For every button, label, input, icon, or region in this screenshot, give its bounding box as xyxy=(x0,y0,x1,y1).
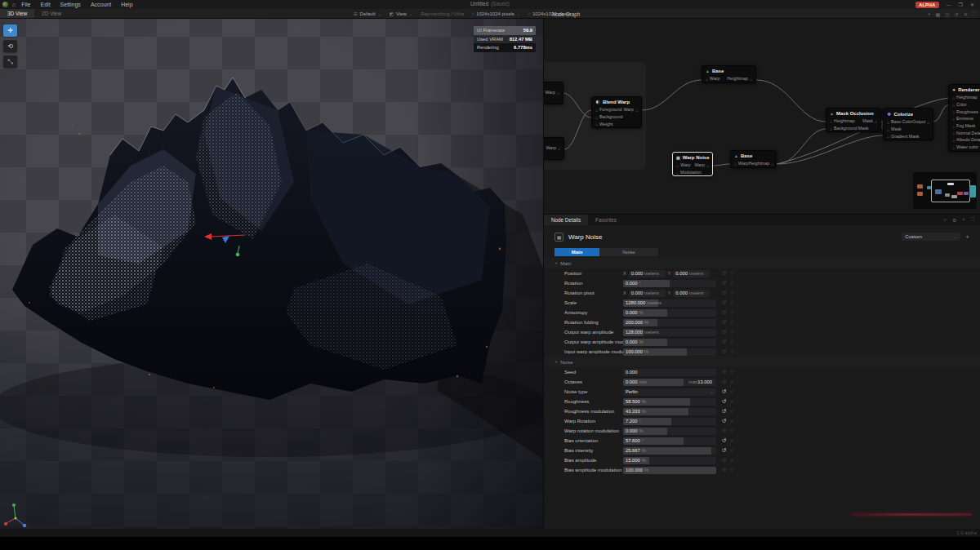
tab-node-details[interactable]: Node Details xyxy=(544,215,588,225)
tab-3d-view[interactable]: 3D View xyxy=(0,9,34,18)
move-tool-button[interactable]: ✛ xyxy=(3,24,17,37)
reset-icon[interactable]: ↺ xyxy=(722,408,726,415)
input-port[interactable]: △Roughness xyxy=(952,109,978,114)
input-port[interactable]: △Emissive xyxy=(952,116,973,121)
input-port[interactable]: △Foreground xyxy=(595,107,621,112)
section-header[interactable]: ▾Noise xyxy=(544,357,980,367)
reset-icon[interactable]: ↺ xyxy=(722,418,726,424)
param-slider[interactable]: 200.000% xyxy=(623,319,716,326)
input-port[interactable]: △Warp xyxy=(706,76,720,81)
minimize-icon[interactable]: — xyxy=(947,2,951,7)
reset-icon[interactable]: ↺ xyxy=(722,309,726,316)
menu-file[interactable]: File xyxy=(21,2,30,7)
node-blend-warp[interactable]: Blend Warp △Foreground Warp△ △Background… xyxy=(591,96,642,128)
reset-icon[interactable]: ↺ xyxy=(722,319,726,326)
scale-tool-button[interactable]: ⤡ xyxy=(3,55,17,68)
collapse-icon[interactable]: ˄ xyxy=(962,217,965,223)
input-port[interactable]: △Weight xyxy=(595,122,612,126)
input-port[interactable]: △Water color xyxy=(952,144,978,149)
node-warp-noise[interactable]: ▦Warp Noise △Warp Warp△ △Modulation xyxy=(672,152,713,176)
input-port[interactable]: △Color xyxy=(952,102,967,107)
reset-icon[interactable]: ↺ xyxy=(722,270,726,277)
expand-icon[interactable]: ⛶ xyxy=(971,217,974,223)
input-port[interactable]: △Base Color xyxy=(887,119,912,124)
param-slider[interactable]: 100.000% xyxy=(623,348,716,356)
param-slider[interactable]: 25.667% xyxy=(623,447,716,455)
param-field[interactable]: 0.000meters xyxy=(673,290,710,297)
frame-icon[interactable]: ◳ xyxy=(945,11,950,17)
layout-dropdown[interactable]: ⊟ Default ⌄ xyxy=(354,11,381,16)
input-port[interactable]: △Heightmap xyxy=(830,118,855,123)
node-graph-canvas[interactable]: Warp△ Warp△ Blend Warp △Foreground Warp△… xyxy=(543,19,980,214)
param-slider[interactable]: 0.000% xyxy=(623,339,716,346)
input-port[interactable]: △Gradient Mask xyxy=(887,134,920,139)
param-select[interactable]: Perlin⌄ xyxy=(623,388,716,396)
favorite-icon[interactable]: ☆ xyxy=(729,319,734,326)
favorite-icon[interactable]: ☆ xyxy=(729,379,734,385)
subtab-noise[interactable]: Noise xyxy=(599,248,658,256)
param-slider[interactable]: 57.600° xyxy=(623,437,716,445)
close-icon[interactable]: ✕ xyxy=(964,11,968,17)
input-port[interactable]: △Warp xyxy=(676,162,691,167)
reset-icon[interactable]: ↺ xyxy=(722,398,726,405)
orbit-tool-button[interactable]: ⟲ xyxy=(3,40,17,52)
node-partial-b[interactable]: Warp△ xyxy=(543,137,564,160)
node-renderer[interactable]: ✦Renderer △Heightmap △Color △Roughness △… xyxy=(948,84,980,152)
output-port[interactable]: Mask△ xyxy=(862,118,877,123)
reset-icon[interactable]: ↺ xyxy=(722,290,726,296)
input-port[interactable]: △Warp xyxy=(734,161,749,166)
add-preset-button[interactable]: + xyxy=(965,233,969,241)
favorite-icon[interactable]: ☆ xyxy=(729,280,734,286)
reset-icon[interactable]: ↺ xyxy=(722,388,726,395)
favorite-icon[interactable]: ☆ xyxy=(729,428,734,434)
param-slider[interactable]: 0.000° xyxy=(623,280,716,287)
reset-icon[interactable]: ↺ xyxy=(722,428,726,434)
favorite-icon[interactable]: ☆ xyxy=(729,447,734,454)
node-base-top[interactable]: ▲Base △Warp Heightmap△ xyxy=(702,65,756,83)
reset-icon[interactable]: ↺ xyxy=(722,437,726,444)
restore-icon[interactable]: ❐ xyxy=(959,2,963,7)
output-port[interactable]: Warp△ xyxy=(623,107,638,112)
graph-minimap[interactable] xyxy=(913,172,977,209)
param-field[interactable]: 0.000meters xyxy=(629,270,666,277)
favorite-icon[interactable]: ☆ xyxy=(729,339,734,345)
home-icon[interactable]: ⌂ xyxy=(12,2,16,7)
search-icon[interactable]: ⌕ xyxy=(944,217,947,223)
reset-icon[interactable]: ↺ xyxy=(722,467,726,473)
gear-icon[interactable]: ⚙ xyxy=(952,217,956,223)
node-colorize[interactable]: ❖Colorize △Base Color Output△ △Mask △Gra… xyxy=(883,108,933,140)
favorite-icon[interactable]: ☆ xyxy=(729,348,734,355)
node-base-right[interactable]: ▲Base △Warp Heightmap△ xyxy=(730,150,777,168)
favorite-icon[interactable]: ☆ xyxy=(729,299,734,306)
favorite-icon[interactable]: ☆ xyxy=(729,418,734,424)
param-slider[interactable]: 0.000% xyxy=(623,309,716,317)
resolution-dropdown-a[interactable]: ▫ 1024x1024 pixels ⌄ xyxy=(472,11,520,16)
tab-favorites[interactable]: Favorites xyxy=(588,215,624,225)
param-slider[interactable]: 15.000% xyxy=(623,457,716,464)
favorite-icon[interactable]: ☆ xyxy=(729,408,734,415)
param-slider[interactable]: 1280.000meters xyxy=(623,299,716,307)
preset-dropdown[interactable]: Custom⌄ xyxy=(902,233,960,241)
menu-edit[interactable]: Edit xyxy=(41,2,51,7)
input-port[interactable]: △Albedo Detail xyxy=(952,137,980,142)
reset-icon[interactable]: ↺ xyxy=(722,299,726,306)
tab-2d-view[interactable]: 2D View xyxy=(34,9,69,18)
undo-icon[interactable]: ↺ xyxy=(955,11,959,17)
favorite-icon[interactable]: ☆ xyxy=(729,309,734,316)
input-port[interactable]: △Background Mask xyxy=(830,126,868,131)
input-port[interactable]: △Modulation xyxy=(676,170,702,175)
param-field[interactable]: 0.000meters xyxy=(629,290,666,297)
section-header[interactable]: ▾Main xyxy=(544,258,980,268)
output-port[interactable]: Heightmap△ xyxy=(727,76,752,81)
param-range-slider[interactable]: 0.000minmax13.000 xyxy=(623,379,716,386)
locate-icon[interactable]: ⌖ xyxy=(928,11,930,17)
input-port[interactable]: △Heightmap xyxy=(952,95,978,100)
view-dropdown[interactable]: ◩ View ⌄ xyxy=(390,11,412,16)
node-partial-a[interactable]: Warp△ xyxy=(543,82,564,104)
param-slider[interactable]: 7.200° xyxy=(623,418,716,425)
favorite-icon[interactable]: ☆ xyxy=(729,457,734,464)
param-slider[interactable]: 0.000% xyxy=(623,428,716,435)
output-port[interactable]: Output△ xyxy=(912,119,929,124)
param-slider[interactable]: 58.500% xyxy=(623,398,716,406)
input-port[interactable]: △Background xyxy=(595,114,622,119)
